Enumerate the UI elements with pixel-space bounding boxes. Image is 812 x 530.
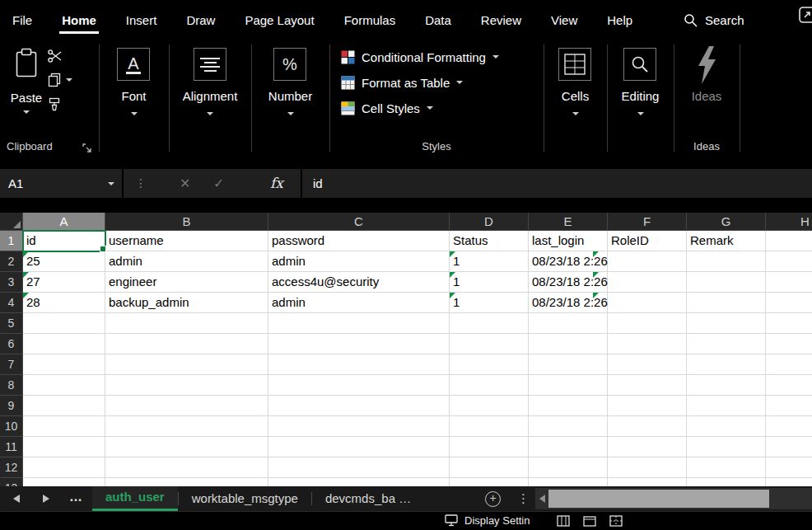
cell-G5[interactable] <box>687 313 766 334</box>
menu-tab-view[interactable]: View <box>551 13 577 27</box>
page-break-view-icon[interactable] <box>609 515 623 527</box>
formula-input[interactable]: id <box>313 169 323 198</box>
search-button[interactable]: Search <box>684 0 744 40</box>
cell-B11[interactable] <box>105 437 268 457</box>
cell-E7[interactable] <box>529 354 608 375</box>
menu-tab-home[interactable]: Home <box>62 13 96 27</box>
cell-E2[interactable]: 08/23/18 2:26 <box>529 251 608 272</box>
cell-B12[interactable] <box>105 457 268 478</box>
cell-F7[interactable] <box>608 354 687 375</box>
cell-A7[interactable] <box>23 354 105 375</box>
cell-D6[interactable] <box>450 334 529 354</box>
cell-C8[interactable] <box>268 375 450 396</box>
prev-sheet-arrow-icon[interactable] <box>13 495 20 503</box>
sheet-tab-devcmds_ba[interactable]: devcmds_ba … <box>312 486 424 511</box>
cell-D4[interactable]: 1 <box>450 293 529 313</box>
menu-tab-insert[interactable]: Insert <box>126 13 157 27</box>
cell-E1[interactable]: last_login <box>529 231 608 251</box>
row-header-11[interactable]: 11 <box>0 437 23 457</box>
row-header-1[interactable]: 1 <box>0 231 23 251</box>
cell-B8[interactable] <box>105 375 268 396</box>
cell-C7[interactable] <box>268 354 450 375</box>
select-all-corner[interactable] <box>0 213 23 231</box>
cell-C4[interactable]: admin <box>268 293 450 313</box>
cell-B1[interactable]: username <box>105 231 268 251</box>
cell-C13[interactable] <box>268 478 450 486</box>
cell-H1[interactable] <box>766 231 812 251</box>
cell-E11[interactable] <box>529 437 608 457</box>
cell-G9[interactable] <box>687 396 766 416</box>
cell-G6[interactable] <box>687 334 766 354</box>
cell-E6[interactable] <box>529 334 608 354</box>
column-header-A[interactable]: A <box>23 213 105 231</box>
editing-group-button[interactable]: Editing <box>607 40 674 157</box>
cell-E10[interactable] <box>529 416 608 437</box>
cell-A3[interactable]: 27 <box>23 272 105 293</box>
cell-F9[interactable] <box>608 396 687 416</box>
cell-D9[interactable] <box>450 396 529 416</box>
enter-icon[interactable] <box>213 169 224 198</box>
cell-E12[interactable] <box>529 457 608 478</box>
more-options-icon[interactable] <box>517 486 530 511</box>
cell-F5[interactable] <box>608 313 687 334</box>
cell-D12[interactable] <box>450 457 529 478</box>
format-as-table-button[interactable]: Format as Table <box>341 73 463 91</box>
cell-F3[interactable] <box>608 272 687 293</box>
cell-G4[interactable] <box>687 293 766 313</box>
number-group-button[interactable]: % Number <box>251 40 329 157</box>
cell-A1[interactable]: id <box>23 231 105 251</box>
next-sheet-arrow-icon[interactable] <box>43 495 49 503</box>
cell-C3[interactable]: access4u@security <box>268 272 450 293</box>
cells-group-button[interactable]: Cells <box>544 40 607 157</box>
cell-C6[interactable] <box>268 334 450 354</box>
cell-G11[interactable] <box>687 437 766 457</box>
column-header-G[interactable]: G <box>687 213 766 231</box>
cell-E4[interactable]: 08/23/18 2:26 <box>529 293 608 313</box>
display-settings-button[interactable]: Display Settin <box>445 514 530 527</box>
cell-H8[interactable] <box>766 375 812 396</box>
cell-H5[interactable] <box>766 313 812 334</box>
cell-D5[interactable] <box>450 313 529 334</box>
cell-D11[interactable] <box>450 437 529 457</box>
cell-H10[interactable] <box>766 416 812 437</box>
row-header-3[interactable]: 3 <box>0 272 23 293</box>
cell-C5[interactable] <box>268 313 450 334</box>
sheet-tab-auth_user[interactable]: auth_user <box>92 486 178 511</box>
cell-G12[interactable] <box>687 457 766 478</box>
cell-H13[interactable] <box>766 478 812 486</box>
cell-A4[interactable]: 28 <box>23 293 105 313</box>
column-header-F[interactable]: F <box>608 213 687 231</box>
cell-F12[interactable] <box>608 457 687 478</box>
row-header-7[interactable]: 7 <box>0 354 23 375</box>
cell-G8[interactable] <box>687 375 766 396</box>
cell-B2[interactable]: admin <box>105 251 268 272</box>
cell-D7[interactable] <box>450 354 529 375</box>
scroll-left-arrow-icon[interactable] <box>539 495 545 503</box>
name-box-resize-handle[interactable] <box>135 169 147 198</box>
cell-styles-button[interactable]: Cell Styles <box>341 99 433 117</box>
row-header-2[interactable]: 2 <box>0 251 23 272</box>
row-header-5[interactable]: 5 <box>0 313 23 334</box>
share-icon[interactable] <box>799 7 812 26</box>
cell-F2[interactable] <box>608 251 687 272</box>
cell-A10[interactable] <box>23 416 105 437</box>
cell-A12[interactable] <box>23 457 105 478</box>
menu-tab-draw[interactable]: Draw <box>186 13 215 27</box>
cell-H3[interactable] <box>766 272 812 293</box>
cell-H4[interactable] <box>766 293 812 313</box>
cell-B7[interactable] <box>105 354 268 375</box>
cell-A8[interactable] <box>23 375 105 396</box>
cell-G13[interactable] <box>687 478 766 486</box>
paste-button[interactable]: Paste <box>7 43 46 134</box>
cell-E13[interactable] <box>529 478 608 486</box>
column-header-E[interactable]: E <box>529 213 608 231</box>
sheet-tab-worktable_msgtype[interactable]: worktable_msgtype <box>179 486 311 511</box>
format-painter-button[interactable] <box>48 97 61 115</box>
scrollbar-thumb[interactable] <box>548 490 769 508</box>
cell-D8[interactable] <box>450 375 529 396</box>
cell-D3[interactable]: 1 <box>450 272 529 293</box>
cell-A9[interactable] <box>23 396 105 416</box>
cell-F8[interactable] <box>608 375 687 396</box>
insert-function-button[interactable]: fx <box>270 169 283 198</box>
clipboard-dialog-launcher[interactable] <box>82 142 92 157</box>
